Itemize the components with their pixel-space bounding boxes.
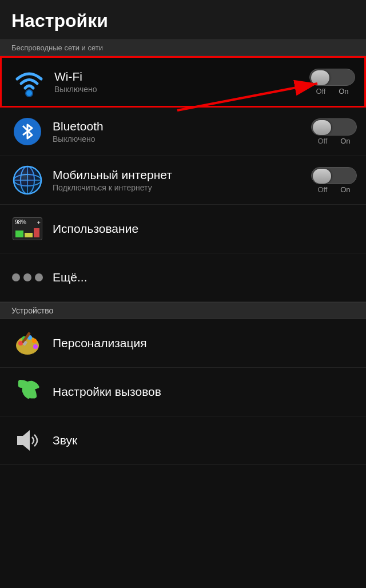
wifi-title: Wi-Fi — [54, 70, 304, 84]
mobile-on-label: On — [340, 185, 350, 194]
svg-marker-25 — [17, 430, 30, 451]
dot-1 — [12, 273, 20, 281]
page-title: Настройки — [11, 10, 108, 31]
sound-text: Звук — [53, 434, 357, 447]
usage-icon-area: 98% + — [9, 210, 46, 247]
calls-text: Настройки вызовов — [53, 385, 357, 399]
device-section-label: Устройство — [0, 302, 366, 319]
more-dots-icon — [12, 273, 43, 281]
calls-title: Настройки вызовов — [53, 385, 357, 399]
personalization-icon — [13, 328, 42, 358]
dot-2 — [23, 273, 31, 281]
svg-point-2 — [26, 90, 32, 96]
svg-point-21 — [32, 339, 37, 343]
usage-title: Использование — [53, 222, 357, 236]
sound-icon-area — [9, 422, 46, 459]
wifi-text: Wi-Fi Выключено — [54, 70, 304, 94]
more-text: Ещё... — [53, 271, 357, 284]
calls-item[interactable]: Настройки вызовов — [0, 368, 366, 416]
bluetooth-on-label: On — [340, 137, 350, 145]
mobile-item[interactable]: Мобильный интернет Подключиться к интерн… — [0, 156, 366, 205]
bluetooth-text: Bluetooth Выключено — [53, 120, 305, 144]
usage-bar-red — [34, 228, 39, 237]
app-header: Настройки — [0, 0, 366, 40]
bluetooth-toggle-labels: Off On — [311, 137, 357, 145]
mobile-toggle-switch[interactable] — [311, 167, 357, 184]
bluetooth-icon-area: ♈ — [9, 113, 46, 150]
personalization-text: Персонализация — [53, 336, 357, 350]
more-title: Ещё... — [53, 271, 357, 284]
mobile-off-label: Off — [317, 185, 327, 194]
bluetooth-icon-2 — [13, 117, 42, 146]
personalization-icon-area — [9, 325, 46, 361]
globe-icon — [13, 165, 42, 195]
wifi-toggle-labels: Off On — [309, 87, 355, 96]
wifi-toggle-switch[interactable] — [309, 69, 355, 86]
wifi-toggle-area[interactable]: Off On — [309, 69, 355, 96]
bluetooth-item[interactable]: ♈ Bluetooth Выключено Off On — [0, 108, 366, 156]
wifi-off-label: Off — [316, 87, 325, 96]
wifi-subtitle: Выключено — [54, 85, 304, 94]
bluetooth-title: Bluetooth — [53, 120, 305, 133]
wifi-on-label: On — [339, 87, 348, 96]
wifi-item[interactable]: Wi-Fi Выключено Off On — [0, 56, 366, 108]
more-icon-area — [9, 259, 46, 296]
mobile-toggle-knob — [313, 169, 331, 184]
mobile-text: Мобильный интернет Подключиться к интерн… — [53, 168, 305, 192]
mobile-subtitle: Подключиться к интернету — [53, 183, 305, 192]
svg-point-22 — [33, 344, 38, 349]
sound-item[interactable]: Звук — [0, 416, 366, 465]
wireless-section-label: Беспроводные сети и сети — [0, 40, 366, 56]
personalization-item[interactable]: Персонализация — [0, 319, 366, 368]
mobile-icon-area — [9, 162, 46, 198]
usage-text: Использование — [53, 222, 357, 236]
mobile-title: Мобильный интернет — [53, 168, 305, 182]
wifi-toggle-knob — [311, 70, 329, 85]
sound-title: Звук — [53, 434, 357, 447]
wifi-row-wrap: Wi-Fi Выключено Off On — [0, 56, 366, 108]
bluetooth-toggle-knob — [313, 120, 331, 135]
usage-bar-green — [15, 231, 23, 237]
wifi-icon-area — [11, 63, 47, 100]
bluetooth-toggle-area[interactable]: Off On — [311, 118, 357, 145]
mobile-toggle-labels: Off On — [311, 185, 357, 194]
bluetooth-toggle-switch[interactable] — [311, 118, 357, 136]
sound-icon — [13, 426, 42, 455]
usage-bar-yellow — [25, 233, 33, 237]
wifi-icon — [14, 66, 45, 97]
mobile-toggle-area[interactable]: Off On — [311, 167, 357, 194]
usage-item[interactable]: 98% + Использование — [0, 205, 366, 253]
bluetooth-off-label: Off — [317, 137, 327, 145]
dot-3 — [35, 273, 43, 281]
bluetooth-subtitle: Выключено — [53, 134, 305, 144]
usage-icon: 98% + — [13, 217, 42, 240]
svg-point-16 — [14, 167, 41, 193]
calls-icon-area — [9, 374, 46, 410]
phone-icon — [14, 377, 41, 407]
personalization-title: Персонализация — [53, 336, 357, 350]
more-item[interactable]: Ещё... — [0, 253, 366, 302]
